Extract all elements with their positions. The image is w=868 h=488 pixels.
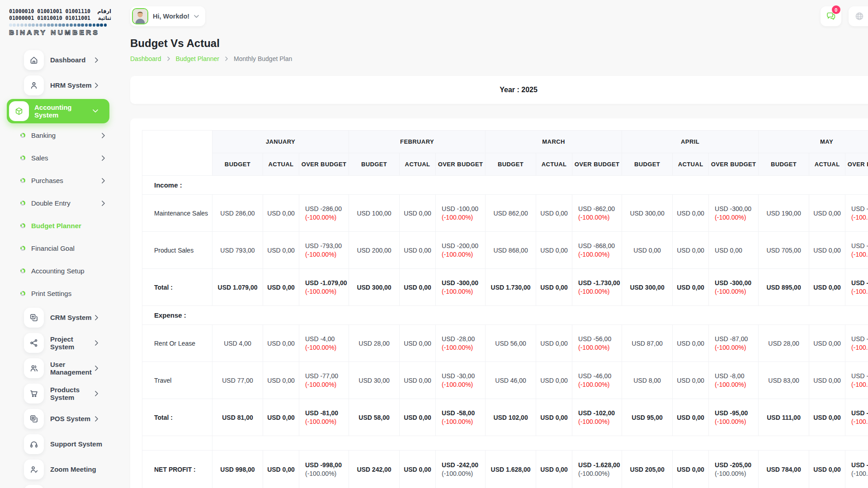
cell-over-budget: USD -4,00(-100.00%) bbox=[299, 325, 349, 362]
breadcrumb-link[interactable]: Dashboard bbox=[130, 55, 161, 62]
chevron-right-icon bbox=[225, 56, 228, 61]
user-menu[interactable]: Hi, Workdo! bbox=[130, 6, 205, 26]
sidebar-item-sales[interactable]: Sales bbox=[7, 147, 109, 169]
sidebar-item-hrm-system[interactable]: HRM System bbox=[7, 73, 109, 98]
sidebar-item-dashboard[interactable]: Dashboard bbox=[7, 47, 109, 73]
year-card: Year : 2025 bbox=[130, 76, 868, 104]
cell-budget: USD 200,00 bbox=[349, 232, 400, 269]
table-card: JANUARYFEBRUARYMARCHAPRILMAYBUDGETACTUAL… bbox=[130, 118, 868, 488]
sidebar-item-label: POS System bbox=[50, 415, 90, 422]
cell-over-budget: USD -8,00(-100.00%) bbox=[709, 362, 759, 399]
bullet-icon bbox=[20, 178, 25, 183]
messages-badge: 0 bbox=[832, 5, 840, 14]
sidebar-item-project-system[interactable]: Project System bbox=[7, 330, 109, 356]
breadcrumb-link[interactable]: Budget Planner bbox=[176, 55, 220, 62]
cell-over-budget: USD -56,00(-100.00%) bbox=[572, 325, 622, 362]
topbar-actions: 0 English bbox=[821, 6, 868, 26]
cell-budget: USD 30,00 bbox=[349, 362, 400, 399]
sidebar-item-label: Financial Goal bbox=[31, 244, 75, 252]
table-row: Total :USD 1.079,00USD 0,00USD -1.079,00… bbox=[142, 269, 868, 306]
logo-arabic-text: ارقام bbox=[97, 8, 111, 15]
chevron-right-icon bbox=[95, 315, 98, 320]
cell-actual: USD 0,00 bbox=[536, 269, 572, 306]
table-body: Income :Maintenance SalesUSD 286,00USD 0… bbox=[142, 176, 868, 488]
cell-budget: USD 95,00 bbox=[622, 399, 673, 436]
cell-over-budget: USD -77,00(-100.00%) bbox=[299, 362, 349, 399]
cell-over-budget: USD -300,00(-100.00%) bbox=[709, 195, 759, 232]
language-selector[interactable]: English bbox=[849, 6, 868, 26]
sub-header: BUDGET bbox=[349, 153, 400, 176]
cell-over-budget: USD -28,00(-100.00%) bbox=[845, 325, 868, 362]
cell-actual: USD 0,00 bbox=[536, 399, 572, 436]
sub-header: BUDGET bbox=[622, 153, 673, 176]
sidebar-item-pos-system[interactable]: POS System bbox=[7, 406, 109, 432]
cell-over-budget: USD -200,00(-100.00%) bbox=[436, 232, 486, 269]
sidebar-item-support-system[interactable]: Support System bbox=[7, 432, 109, 457]
sidebar-item-financial-goal[interactable]: Financial Goal bbox=[7, 237, 109, 260]
chevron-right-icon bbox=[95, 366, 98, 371]
cell-over-budget: USD -30,00(-100.00%) bbox=[436, 362, 486, 399]
sidebar-item-products-system[interactable]: Products System bbox=[7, 381, 109, 406]
brand-logo[interactable]: 01000010 01001001 01001110 ارقام 0100000… bbox=[9, 8, 111, 37]
cell-budget: USD 46,00 bbox=[486, 362, 536, 399]
month-header: APRIL bbox=[622, 131, 759, 153]
user-greeting: Hi, Workdo! bbox=[153, 13, 189, 20]
sidebar-item-double-entry[interactable]: Double Entry bbox=[7, 192, 109, 215]
sidebar-item-label: Double Entry bbox=[31, 199, 71, 207]
table-scroll-area[interactable]: JANUARYFEBRUARYMARCHAPRILMAYBUDGETACTUAL… bbox=[142, 130, 868, 488]
cell-over-budget: USD -286,00(-100.00%) bbox=[299, 195, 349, 232]
sidebar-item-purchases[interactable]: Purchases bbox=[7, 169, 109, 192]
sidebar-item-messenger[interactable]: Messenger bbox=[7, 482, 109, 488]
cell-actual: USD 0,00 bbox=[263, 269, 299, 306]
sidebar-item-label: Project System bbox=[50, 335, 95, 351]
spacer-cell bbox=[212, 436, 868, 450]
logo-binary-digits: 01000001 01010010 01011001 bbox=[9, 15, 90, 22]
cube-icon bbox=[9, 101, 29, 121]
cell-actual: USD 0,00 bbox=[809, 232, 845, 269]
cell-actual: USD 0,00 bbox=[263, 399, 299, 436]
sidebar-item-crm-system[interactable]: CRM System bbox=[7, 305, 109, 330]
sub-header: ACTUAL bbox=[400, 153, 436, 176]
row-label: Product Sales bbox=[142, 232, 212, 269]
sidebar-item-label: Support System bbox=[50, 440, 102, 448]
cell-over-budget: USD -111,00(-100.00%) bbox=[845, 399, 868, 436]
month-header: JANUARY bbox=[212, 131, 349, 153]
messages-button[interactable]: 0 bbox=[821, 6, 841, 26]
sub-header: ACTUAL bbox=[809, 153, 845, 176]
month-header-row: JANUARYFEBRUARYMARCHAPRILMAY bbox=[142, 131, 868, 153]
sidebar-item-label: Budget Planner bbox=[31, 222, 81, 230]
cell-actual: USD 0,00 bbox=[400, 450, 436, 488]
cell-actual: USD 0,00 bbox=[263, 195, 299, 232]
cell-budget: USD 56,00 bbox=[486, 325, 536, 362]
cell-over-budget: USD -242,00(-100.00%) bbox=[436, 450, 486, 488]
sidebar-item-budget-planner[interactable]: Budget Planner bbox=[7, 215, 109, 237]
bullet-icon bbox=[20, 291, 25, 296]
sidebar-menu: DashboardHRM SystemAccounting SystemBank… bbox=[7, 47, 109, 488]
cell-actual: USD 0,00 bbox=[536, 362, 572, 399]
share-icon bbox=[24, 333, 44, 353]
sidebar-item-label: CRM System bbox=[50, 314, 92, 321]
sidebar-item-accounting-system[interactable]: Accounting System bbox=[7, 99, 109, 123]
sidebar-item-label: Accounting Setup bbox=[31, 267, 85, 275]
chevron-right-icon bbox=[95, 391, 98, 396]
sub-header: BUDGET bbox=[212, 153, 263, 176]
sidebar-item-zoom-meeting[interactable]: Zoom Meeting bbox=[7, 457, 109, 482]
cell-over-budget: USD -793,00(-100.00%) bbox=[299, 232, 349, 269]
logo-dots bbox=[9, 23, 111, 27]
sidebar-item-print-settings[interactable]: Print Settings bbox=[7, 282, 109, 305]
bullet-icon bbox=[20, 268, 25, 273]
sidebar-item-user-management[interactable]: User Management bbox=[7, 356, 109, 381]
chevron-right-icon bbox=[95, 83, 98, 88]
home-icon bbox=[24, 50, 44, 70]
table-row: Maintenance SalesUSD 286,00USD 0,00USD -… bbox=[142, 195, 868, 232]
sub-header: OVER BUDGET bbox=[572, 153, 622, 176]
table-row: Rent Or LeaseUSD 4,00USD 0,00USD -4,00(-… bbox=[142, 325, 868, 362]
cell-budget: USD 111,00 bbox=[759, 399, 809, 436]
cell-actual: USD 0,00 bbox=[809, 399, 845, 436]
sidebar-item-accounting-setup[interactable]: Accounting Setup bbox=[7, 260, 109, 282]
person-check-icon bbox=[24, 460, 44, 479]
cell-budget: USD 793,00 bbox=[212, 232, 263, 269]
bullet-icon bbox=[20, 201, 25, 206]
sidebar-item-banking[interactable]: Banking bbox=[7, 124, 109, 147]
month-header: MARCH bbox=[486, 131, 622, 153]
